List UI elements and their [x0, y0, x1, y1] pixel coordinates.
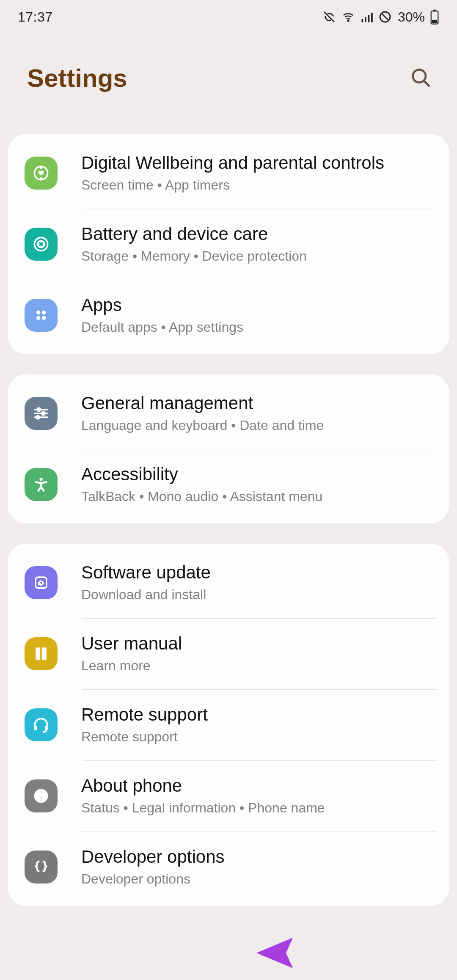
row-body: Software updateDownload and install	[81, 562, 434, 604]
svg-rect-2	[365, 17, 366, 22]
settings-row-general-management[interactable]: General managementLanguage and keyboard …	[8, 378, 449, 449]
settings-card: Digital Wellbeing and parental controlsS…	[8, 134, 449, 354]
vibrate-icon	[322, 10, 336, 24]
settings-card: Software updateDownload and install?User…	[8, 544, 449, 906]
svg-rect-3	[368, 15, 369, 22]
row-title: Apps	[81, 294, 434, 317]
update-icon	[25, 566, 58, 599]
row-body: About phoneStatus • Legal information • …	[81, 775, 434, 817]
a11y-icon	[25, 468, 58, 501]
svg-rect-23	[34, 726, 37, 730]
annotation-arrow	[253, 933, 422, 973]
battery-percent-label: 30%	[398, 9, 425, 25]
settings-row-apps[interactable]: AppsDefault apps • App settings	[8, 280, 449, 351]
headset-icon	[25, 708, 58, 741]
row-title: User manual	[81, 633, 434, 655]
settings-row-battery-and-device-care[interactable]: Battery and device careStorage • Memory …	[8, 209, 449, 280]
manual-icon: ?	[25, 637, 58, 670]
settings-scroll-area[interactable]: Digital Wellbeing and parental controlsS…	[0, 134, 457, 906]
svg-point-0	[347, 20, 349, 21]
svg-point-15	[36, 316, 41, 320]
settings-row-user-manual[interactable]: ?User manualLearn more	[8, 618, 449, 689]
row-body: AppsDefault apps • App settings	[81, 294, 434, 336]
page-title: Settings	[27, 63, 127, 93]
row-subtitle: Download and install	[81, 586, 434, 604]
settings-row-remote-support[interactable]: Remote supportRemote support	[8, 689, 449, 760]
settings-row-developer-options[interactable]: Developer optionsDeveloper options	[8, 831, 449, 903]
row-body: User manualLearn more	[81, 633, 434, 675]
row-body: Developer optionsDeveloper options	[81, 846, 434, 888]
row-subtitle: Status • Legal information • Phone name	[81, 799, 434, 817]
svg-point-14	[42, 311, 46, 315]
row-subtitle: Learn more	[81, 657, 434, 675]
svg-point-11	[34, 237, 47, 251]
row-body: General managementLanguage and keyboard …	[81, 392, 434, 435]
svg-text:?: ?	[42, 651, 46, 658]
row-title: Accessibility	[81, 463, 434, 486]
row-body: Digital Wellbeing and parental controlsS…	[81, 152, 434, 194]
svg-point-13	[36, 311, 41, 315]
svg-point-18	[42, 412, 45, 415]
settings-card: General managementLanguage and keyboard …	[8, 374, 449, 523]
page-header: Settings	[0, 34, 457, 134]
svg-rect-8	[432, 20, 437, 23]
settings-row-accessibility[interactable]: AccessibilityTalkBack • Mono audio • Ass…	[8, 449, 449, 520]
row-title: Remote support	[81, 704, 434, 726]
svg-rect-21	[36, 577, 47, 588]
info-icon	[25, 779, 58, 812]
signal-icon	[361, 11, 373, 23]
row-body: Remote supportRemote support	[81, 704, 434, 746]
row-subtitle: Developer options	[81, 870, 434, 888]
wifi-icon	[341, 11, 355, 23]
svg-rect-7	[433, 10, 436, 11]
row-subtitle: Remote support	[81, 728, 434, 746]
row-body: Battery and device careStorage • Memory …	[81, 223, 434, 265]
settings-row-digital-wellbeing-and-parental-controls[interactable]: Digital Wellbeing and parental controlsS…	[8, 138, 449, 209]
battery-icon	[430, 9, 439, 25]
svg-rect-4	[371, 13, 373, 22]
row-subtitle: Language and keyboard • Date and time	[81, 417, 434, 435]
search-button[interactable]	[407, 65, 434, 92]
row-title: Digital Wellbeing and parental controls	[81, 152, 434, 174]
status-time: 17:37	[18, 9, 53, 25]
svg-rect-1	[361, 19, 363, 22]
status-indicators: 30%	[322, 9, 439, 25]
row-title: General management	[81, 392, 434, 415]
apps-icon	[25, 299, 58, 332]
row-subtitle: TalkBack • Mono audio • Assistant menu	[81, 488, 434, 506]
svg-point-26	[40, 792, 42, 794]
svg-point-16	[42, 316, 46, 320]
row-title: Battery and device care	[81, 223, 434, 245]
row-body: AccessibilityTalkBack • Mono audio • Ass…	[81, 463, 434, 506]
svg-point-17	[37, 408, 40, 411]
svg-point-20	[39, 478, 42, 481]
row-title: Software update	[81, 562, 434, 584]
row-title: About phone	[81, 775, 434, 797]
svg-point-19	[36, 416, 39, 419]
row-subtitle: Storage • Memory • Device protection	[81, 248, 434, 265]
row-title: Developer options	[81, 846, 434, 868]
settings-row-software-update[interactable]: Software updateDownload and install	[8, 547, 449, 618]
row-subtitle: Default apps • App settings	[81, 319, 434, 336]
row-subtitle: Screen time • App timers	[81, 176, 434, 194]
battery-icon	[25, 228, 58, 261]
sliders-icon	[25, 397, 58, 430]
braces-icon	[25, 851, 58, 884]
search-icon	[410, 66, 432, 90]
svg-rect-27	[40, 795, 42, 800]
settings-row-about-phone[interactable]: About phoneStatus • Legal information • …	[8, 760, 449, 831]
status-bar: 17:37 30%	[0, 0, 457, 34]
wellbeing-icon	[25, 157, 58, 190]
dnd-icon	[378, 10, 392, 24]
